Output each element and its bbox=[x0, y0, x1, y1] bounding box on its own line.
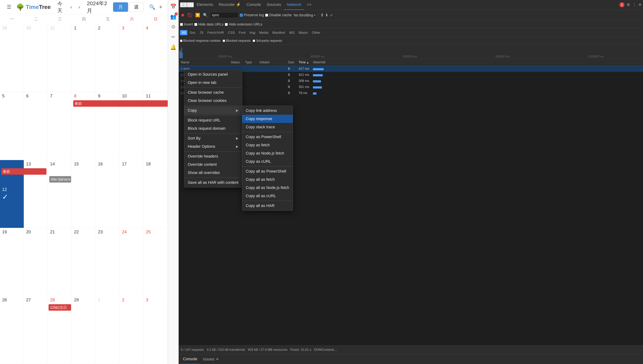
sidebar-pencil-icon[interactable]: ✏ bbox=[171, 34, 175, 40]
devtools-menu-icon[interactable]: ☰ bbox=[180, 2, 187, 7]
tab-more[interactable]: >> bbox=[304, 0, 314, 10]
day-30-prev[interactable]: 30 bbox=[24, 24, 48, 92]
day-3-next[interactable]: 3 bbox=[144, 296, 168, 364]
ctx-copy-all-nodejs-fetch[interactable]: Copy all as Node.js fetch bbox=[242, 184, 293, 192]
clear-button[interactable]: 🚫 bbox=[187, 12, 193, 18]
ctx-show-overrides[interactable]: Show all overrides bbox=[184, 168, 242, 177]
search-network-button[interactable]: 🔍 bbox=[202, 12, 208, 18]
ctx-clear-cookies[interactable]: Clear browser cookies bbox=[184, 96, 242, 105]
filter-tab-img[interactable]: Img bbox=[248, 30, 257, 35]
ctx-block-url[interactable]: Block request URL bbox=[184, 116, 242, 124]
filter-tab-all[interactable]: All bbox=[180, 30, 187, 35]
ctx-sort-by[interactable]: Sort By ▶ bbox=[184, 134, 242, 142]
228-event[interactable]: 228紀念日 bbox=[49, 304, 71, 311]
filter-tab-doc[interactable]: Doc bbox=[188, 30, 197, 35]
expand-icon[interactable]: ⤢ bbox=[330, 13, 333, 18]
ctx-clear-cache[interactable]: Clear browser cache bbox=[184, 88, 242, 96]
ctx-block-domain[interactable]: Block request domain bbox=[184, 124, 242, 132]
day-29-prev[interactable]: 29 bbox=[0, 24, 24, 92]
ctx-header-options[interactable]: Header Options ▶ bbox=[184, 142, 242, 150]
throttling-select[interactable]: No throttling bbox=[293, 13, 316, 17]
preserve-log-checkbox[interactable]: Preserve log bbox=[240, 13, 264, 17]
third-party-checkbox[interactable]: 3rd-party requests bbox=[253, 39, 282, 43]
filter-tab-js[interactable]: JS bbox=[198, 30, 205, 35]
ctx-copy-nodejs-fetch[interactable]: Copy as Node.js fetch bbox=[242, 149, 293, 158]
col-time[interactable]: Time ▲ bbox=[298, 60, 312, 65]
sidebar-people-icon[interactable]: 👥 3 bbox=[170, 14, 176, 20]
sidebar-bell-icon[interactable]: 🔔 bbox=[170, 44, 176, 50]
filter-button[interactable]: 🔽 bbox=[194, 12, 201, 18]
day-27[interactable]: 27 bbox=[24, 296, 48, 364]
ctx-override-content[interactable]: Override content bbox=[184, 160, 242, 168]
alla-event[interactable]: Alla hjärtans dag bbox=[49, 176, 71, 182]
day-25[interactable]: 25 bbox=[144, 228, 168, 296]
disable-cache-checkbox[interactable]: Disable cache bbox=[265, 13, 292, 17]
day-3[interactable]: 3 bbox=[120, 24, 144, 92]
upload-icon[interactable]: ⬆ bbox=[320, 13, 324, 18]
day-7[interactable]: 7 bbox=[48, 92, 72, 160]
day-15[interactable]: 15 bbox=[72, 160, 96, 228]
bottom-tab-issues[interactable]: Issues ✕ bbox=[200, 354, 222, 364]
day-6[interactable]: 6 bbox=[24, 92, 48, 160]
day-26[interactable]: 26 bbox=[0, 296, 24, 364]
filter-tab-ws[interactable]: WS bbox=[287, 30, 296, 35]
ctx-copy-all-curl[interactable]: Copy all as cURL bbox=[242, 192, 293, 200]
filter-tab-css[interactable]: CSS bbox=[226, 30, 237, 35]
col-size[interactable]: Size bbox=[287, 60, 298, 65]
add-event-button[interactable]: + bbox=[159, 4, 162, 10]
day-19[interactable]: 19 bbox=[0, 228, 24, 296]
filter-tab-other[interactable]: Other bbox=[310, 30, 322, 35]
close-devtools-icon[interactable]: ✕ bbox=[638, 2, 641, 7]
bottom-tab-console[interactable]: Console bbox=[180, 354, 200, 364]
request-row-sync4[interactable]: {}sync?since=158341 B 351 ms bbox=[179, 84, 643, 90]
filter-tab-media[interactable]: Media bbox=[257, 30, 270, 35]
col-status[interactable]: Status bbox=[230, 60, 244, 65]
ctx-copy-fetch[interactable]: Copy as fetch bbox=[242, 141, 293, 149]
ctx-copy-all-har[interactable]: Copy all as HAR bbox=[242, 202, 293, 210]
invert-checkbox[interactable]: Invert bbox=[180, 22, 193, 26]
ctx-copy-response[interactable]: Copy response bbox=[242, 115, 293, 123]
day-31-prev[interactable]: 31 bbox=[48, 24, 72, 92]
day-2[interactable]: 2 bbox=[96, 24, 120, 92]
download-icon[interactable]: ⬇ bbox=[325, 13, 328, 18]
day-4[interactable]: 4 bbox=[144, 24, 168, 92]
spring-festival-event-week2[interactable]: 春節 bbox=[73, 100, 168, 107]
day-29[interactable]: 29 bbox=[72, 296, 96, 364]
col-initiator[interactable]: Initiator bbox=[259, 60, 287, 65]
day-1[interactable]: 1 bbox=[72, 24, 96, 92]
tab-sources[interactable]: Sources bbox=[264, 0, 284, 10]
ctx-copy-link[interactable]: Copy link address bbox=[242, 106, 293, 115]
hide-extension-urls-checkbox[interactable]: Hide extension URLs bbox=[225, 22, 262, 26]
ctx-copy-powershell[interactable]: Copy as PowerShell bbox=[242, 133, 293, 141]
ctx-open-sources[interactable]: Open in Sources panel bbox=[184, 70, 242, 78]
settings-icon[interactable]: ⚙ bbox=[626, 2, 630, 7]
ctx-override-headers[interactable]: Override headers bbox=[184, 152, 242, 160]
tab-network[interactable]: Network bbox=[284, 0, 304, 10]
month-view-button[interactable]: 月 bbox=[113, 2, 128, 12]
next-month-button[interactable]: › bbox=[77, 4, 82, 11]
day-24[interactable]: 24 bbox=[120, 228, 144, 296]
day-1-next[interactable]: 1 bbox=[96, 296, 120, 364]
ctx-copy-stack[interactable]: Copy stack trace bbox=[242, 123, 293, 131]
tab-console[interactable]: Console bbox=[244, 0, 264, 10]
blocked-response-checkbox[interactable]: Blocked response cookies bbox=[180, 39, 221, 43]
blocked-requests-checkbox[interactable]: Blocked requests bbox=[223, 39, 251, 43]
day-21[interactable]: 21 bbox=[48, 228, 72, 296]
hide-data-urls-checkbox[interactable]: Hide data URLs bbox=[194, 22, 223, 26]
filter-tab-font[interactable]: Font bbox=[237, 30, 247, 35]
col-name[interactable]: Name bbox=[180, 60, 230, 65]
filter-tab-manifest[interactable]: Manifest bbox=[271, 30, 287, 35]
day-14[interactable]: 14 bbox=[48, 160, 72, 228]
day-16[interactable]: 16 bbox=[96, 160, 120, 228]
ctx-save-har[interactable]: Save all as HAR with content bbox=[184, 178, 242, 187]
day-20[interactable]: 20 bbox=[24, 228, 48, 296]
ctx-open-new-tab[interactable]: Open in new tab bbox=[184, 78, 242, 87]
day-23[interactable]: 23 bbox=[96, 228, 120, 296]
request-row-sync[interactable]: {}sync B 417 ms bbox=[179, 66, 643, 72]
day-22[interactable]: 22 bbox=[72, 228, 96, 296]
devtools-inspect-icon[interactable]: ⬚ bbox=[187, 2, 194, 7]
day-2-next[interactable]: 2 bbox=[120, 296, 144, 364]
search-button[interactable]: 🔍 bbox=[149, 4, 155, 10]
hamburger-button[interactable]: ☰ bbox=[5, 4, 13, 11]
filter-tab-wasm[interactable]: Wasm bbox=[297, 30, 310, 35]
